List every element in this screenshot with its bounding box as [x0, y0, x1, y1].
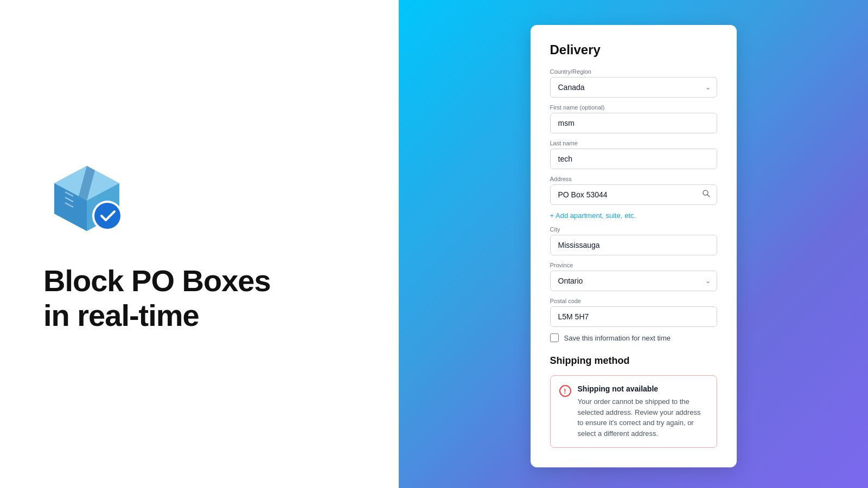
svg-point-10 [703, 190, 708, 195]
add-apartment-link[interactable]: + Add apartment, suite, etc. [550, 211, 717, 220]
country-select[interactable]: Canada United States United Kingdom [550, 77, 717, 98]
city-field: City [550, 226, 717, 255]
province-select-wrapper: Ontario British Columbia Alberta Quebec … [550, 271, 717, 291]
address-label: Address [550, 176, 717, 182]
svg-point-9 [94, 203, 120, 229]
address-input[interactable] [550, 184, 717, 205]
headline: Block PO Boxes in real-time [43, 264, 271, 333]
delivery-title: Delivery [550, 42, 717, 57]
province-label: Province [550, 262, 717, 268]
postal-code-input[interactable] [550, 306, 717, 327]
shipping-error-title: Shipping not available [578, 384, 708, 393]
postal-code-field: Postal code [550, 298, 717, 327]
first-name-input[interactable] [550, 113, 717, 133]
delivery-card: Delivery Country/Region Canada United St… [531, 25, 737, 467]
province-field: Province Ontario British Columbia Albert… [550, 262, 717, 291]
last-name-label: Last name [550, 140, 717, 146]
logo-container [43, 155, 130, 242]
shipping-error-box: ! Shipping not available Your order cann… [550, 375, 717, 448]
city-input[interactable] [550, 235, 717, 255]
city-label: City [550, 226, 717, 233]
first-name-label: First name (optional) [550, 104, 717, 111]
right-panel: Delivery Country/Region Canada United St… [399, 0, 868, 488]
address-input-wrapper [550, 184, 717, 205]
province-select[interactable]: Ontario British Columbia Alberta Quebec [550, 271, 717, 291]
postal-code-label: Postal code [550, 298, 717, 304]
shipping-method-title: Shipping method [550, 355, 717, 367]
svg-line-11 [707, 195, 710, 197]
country-field: Country/Region Canada United States Unit… [550, 68, 717, 98]
product-logo [43, 155, 130, 242]
country-label: Country/Region [550, 68, 717, 75]
error-content: Shipping not available Your order cannot… [578, 384, 708, 439]
shipping-error-desc: Your order cannot be shipped to the sele… [578, 396, 708, 439]
error-icon: ! [559, 385, 571, 397]
first-name-field: First name (optional) [550, 104, 717, 133]
country-select-wrapper: Canada United States United Kingdom ⌄ [550, 77, 717, 98]
left-panel: Block PO Boxes in real-time [0, 0, 399, 488]
last-name-field: Last name [550, 140, 717, 169]
save-info-label[interactable]: Save this information for next time [564, 334, 671, 342]
last-name-input[interactable] [550, 149, 717, 169]
save-info-checkbox[interactable] [550, 333, 559, 342]
save-info-row: Save this information for next time [550, 333, 717, 342]
address-search-icon[interactable] [701, 188, 712, 201]
address-field: Address [550, 176, 717, 205]
